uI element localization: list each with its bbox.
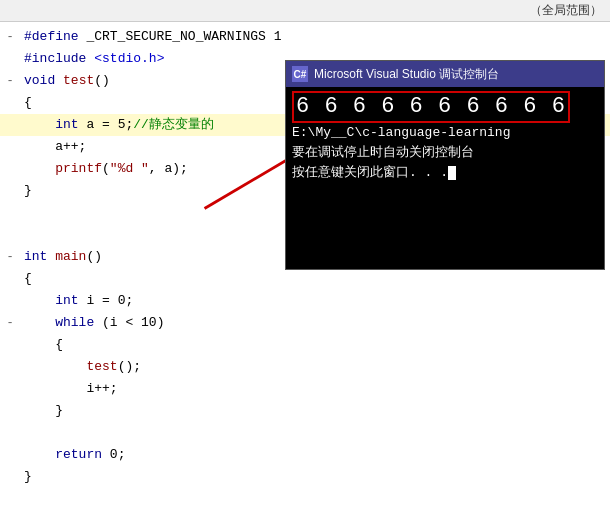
scope-label: （全局范围） (530, 2, 602, 19)
console-info-2: 按任意键关闭此窗口. . . (292, 163, 598, 183)
code-line-12: { (0, 268, 610, 290)
code-line-15: { (0, 334, 610, 356)
line-content-19 (20, 422, 610, 444)
code-line-14: - while (i < 10) (0, 312, 610, 334)
code-line-20: return 0; (0, 444, 610, 466)
vs-icon: C# (292, 66, 308, 82)
code-line-13: int i = 0; (0, 290, 610, 312)
console-window[interactable]: C# Microsoft Visual Studio 调试控制台 6 6 6 6… (285, 60, 605, 270)
code-line-16: test(); (0, 356, 610, 378)
console-numbers-output: 6 6 6 6 6 6 6 6 6 6 (296, 93, 566, 121)
console-body: 6 6 6 6 6 6 6 6 6 6 E:\My__C\c-language-… (286, 87, 604, 269)
gutter-11[interactable]: - (0, 246, 20, 268)
console-cursor (448, 166, 456, 180)
line-content-13: int i = 0; (20, 290, 610, 312)
code-line-19 (0, 422, 610, 444)
line-content-16: test(); (20, 356, 610, 378)
line-content-21: } (20, 466, 610, 488)
console-title: Microsoft Visual Studio 调试控制台 (314, 66, 499, 83)
main-container: （全局范围） - #define _CRT_SECURE_NO_WARNINGS… (0, 0, 610, 511)
code-line-18: } (0, 400, 610, 422)
console-titlebar: C# Microsoft Visual Studio 调试控制台 (286, 61, 604, 87)
gutter-3[interactable]: - (0, 70, 20, 92)
line-content-12: { (20, 268, 610, 290)
code-line-21: } (0, 466, 610, 488)
gutter-14[interactable]: - (0, 312, 20, 334)
line-content-20: return 0; (20, 444, 610, 466)
line-content-15: { (20, 334, 610, 356)
line-content-14: while (i < 10) (20, 312, 610, 334)
gutter-1[interactable]: - (0, 26, 20, 48)
line-content-17: i++; (20, 378, 610, 400)
code-line-17: i++; (0, 378, 610, 400)
console-path-line: E:\My__C\c-language-learning (292, 123, 598, 143)
code-line-1: - #define _CRT_SECURE_NO_WARNINGS 1 (0, 26, 610, 48)
top-bar: （全局范围） (0, 0, 610, 22)
line-content-18: } (20, 400, 610, 422)
line-content-1: #define _CRT_SECURE_NO_WARNINGS 1 (20, 26, 610, 48)
console-info-1: 要在调试停止时自动关闭控制台 (292, 143, 598, 163)
